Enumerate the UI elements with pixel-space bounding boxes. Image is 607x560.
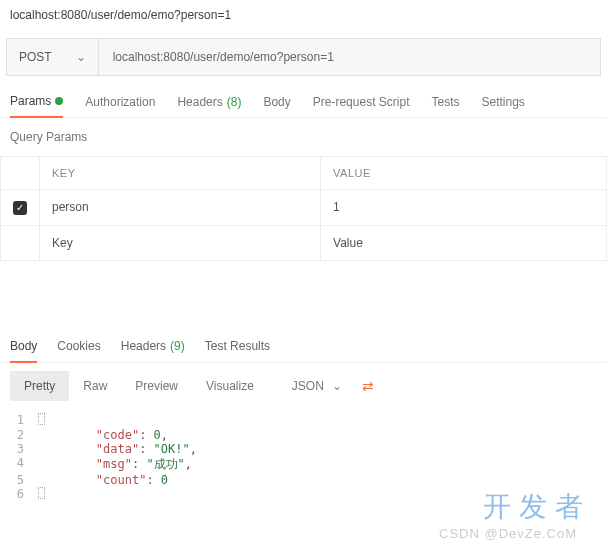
request-tabs: Params Authorization Headers (8) Body Pr… xyxy=(0,76,607,118)
tab-headers[interactable]: Headers (8) xyxy=(177,94,241,117)
resp-headers-count: (9) xyxy=(170,339,185,353)
tab-body[interactable]: Body xyxy=(263,94,290,117)
view-visualize[interactable]: Visualize xyxy=(192,371,268,401)
param-value-input[interactable]: 1 xyxy=(321,190,607,226)
resp-tab-cookies[interactable]: Cookies xyxy=(57,339,100,362)
params-table: KEY VALUE ✓ person 1 Key Value xyxy=(0,156,607,261)
response-tabs: Body Cookies Headers (9) Test Results xyxy=(0,331,607,363)
tab-headers-label: Headers xyxy=(177,95,222,109)
view-preview[interactable]: Preview xyxy=(121,371,192,401)
tab-params[interactable]: Params xyxy=(10,94,63,118)
tab-settings[interactable]: Settings xyxy=(482,94,525,117)
view-raw[interactable]: Raw xyxy=(69,371,121,401)
format-selector[interactable]: JSON ⌄ xyxy=(282,373,352,399)
watermark: 开发者 xyxy=(483,488,591,512)
resp-tab-body[interactable]: Body xyxy=(10,339,37,363)
chevron-down-icon: ⌄ xyxy=(332,379,342,393)
request-bar: POST ⌄ localhost:8080/user/demo/emo?pers… xyxy=(6,38,601,76)
query-params-label: Query Params xyxy=(0,118,607,156)
resp-tab-headers[interactable]: Headers (9) xyxy=(121,339,185,362)
table-row: ✓ person 1 xyxy=(1,190,607,226)
col-check xyxy=(1,157,40,190)
col-value: VALUE xyxy=(321,157,607,190)
request-url-input[interactable]: localhost:8080/user/demo/emo?person=1 xyxy=(99,50,348,64)
method-selector[interactable]: POST ⌄ xyxy=(7,39,99,75)
tab-tests[interactable]: Tests xyxy=(431,94,459,117)
headers-count: (8) xyxy=(227,95,242,109)
view-bar: Pretty Raw Preview Visualize JSON ⌄ ⇄ xyxy=(0,363,607,409)
resp-headers-label: Headers xyxy=(121,339,166,353)
param-key-placeholder[interactable]: Key xyxy=(40,225,321,260)
wrap-icon[interactable]: ⇄ xyxy=(362,378,374,394)
checkbox-icon[interactable]: ✓ xyxy=(13,201,27,215)
view-pretty[interactable]: Pretty xyxy=(10,371,69,401)
param-key-input[interactable]: person xyxy=(40,190,321,226)
page-url: localhost:8080/user/demo/emo?person=1 xyxy=(0,0,607,30)
tab-params-label: Params xyxy=(10,94,51,108)
tab-authorization[interactable]: Authorization xyxy=(85,94,155,117)
chevron-down-icon: ⌄ xyxy=(76,50,86,64)
active-dot-icon xyxy=(55,97,63,105)
table-row-empty: Key Value xyxy=(1,225,607,260)
format-label: JSON xyxy=(292,379,324,393)
resp-tab-results[interactable]: Test Results xyxy=(205,339,270,362)
tab-prerequest[interactable]: Pre-request Script xyxy=(313,94,410,117)
col-key: KEY xyxy=(40,157,321,190)
param-value-placeholder[interactable]: Value xyxy=(321,225,607,260)
method-label: POST xyxy=(19,50,52,64)
